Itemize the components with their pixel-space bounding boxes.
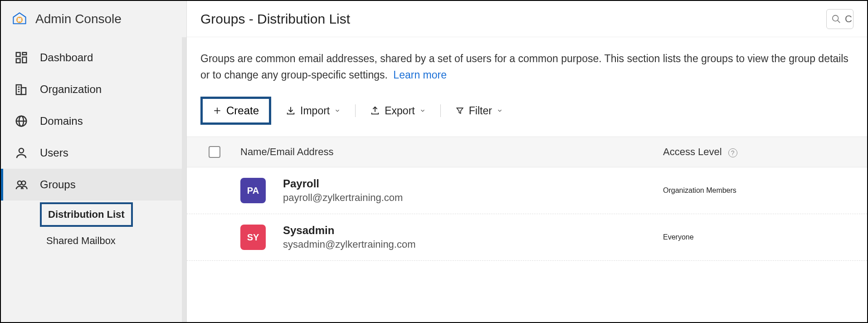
table-row[interactable]: SY Sysadmin sysadmin@zylkertraining.com … (187, 214, 867, 261)
svg-point-15 (22, 181, 26, 185)
row-access-cell: Everyone (663, 233, 853, 241)
select-all-cell (209, 146, 240, 158)
page-title: Groups - Distribution List (200, 11, 350, 27)
import-button[interactable]: Import (284, 102, 342, 120)
select-all-checkbox[interactable] (209, 146, 220, 158)
group-email: sysadmin@zylkertraining.com (283, 239, 663, 250)
app-logo-icon (12, 11, 27, 27)
plus-icon (213, 106, 222, 115)
description-text: Groups are common email addresses, share… (200, 53, 848, 81)
export-label: Export (385, 105, 414, 117)
sidebar-item-label: Groups (40, 178, 76, 191)
svg-rect-3 (23, 57, 27, 63)
create-button[interactable]: Create (200, 97, 271, 125)
svg-line-17 (838, 20, 840, 23)
table-body: PA Payroll payroll@zylkertraining.com Or… (200, 167, 853, 261)
svg-rect-6 (21, 88, 26, 94)
sidebar-item-groups[interactable]: Groups (1, 169, 186, 201)
learn-more-link[interactable]: Learn more (393, 69, 447, 81)
export-icon (370, 106, 380, 116)
column-access[interactable]: Access Level ? (663, 146, 853, 158)
import-label: Import (300, 105, 330, 117)
sidebar-header: Admin Console (1, 1, 186, 37)
user-icon (14, 145, 29, 161)
filter-icon (455, 106, 464, 115)
help-icon[interactable]: ? (728, 148, 737, 157)
search-icon (831, 14, 841, 24)
chevron-down-icon (334, 108, 341, 114)
sidebar-subitem-distribution-list[interactable]: Distribution List (40, 202, 133, 227)
filter-button[interactable]: Filter (454, 102, 505, 120)
sidebar-subitems: Distribution List Shared Mailbox (1, 201, 186, 253)
search-box[interactable]: C (826, 9, 853, 29)
divider (440, 104, 441, 117)
organization-icon (14, 82, 29, 97)
svg-point-13 (19, 148, 24, 153)
create-label: Create (226, 104, 259, 117)
svg-point-14 (18, 181, 22, 185)
row-name-cell: Sysadmin sysadmin@zylkertraining.com (283, 224, 663, 250)
group-name: Payroll (283, 177, 663, 190)
table-row[interactable]: PA Payroll payroll@zylkertraining.com Or… (187, 167, 867, 214)
page-description: Groups are common email addresses, share… (200, 51, 853, 83)
avatar: PA (240, 178, 266, 203)
sidebar-subitem-shared-mailbox[interactable]: Shared Mailbox (40, 230, 122, 251)
avatar: SY (240, 225, 266, 250)
globe-icon (14, 113, 29, 129)
groups-icon (14, 177, 29, 192)
sidebar-nav: Dashboard Organization D (1, 37, 186, 253)
filter-label: Filter (469, 105, 492, 117)
sidebar-item-dashboard[interactable]: Dashboard (1, 42, 186, 73)
chevron-down-icon (419, 108, 426, 114)
divider (355, 104, 356, 117)
sidebar-item-domains[interactable]: Domains (1, 105, 186, 137)
sidebar-item-organization[interactable]: Organization (1, 73, 186, 105)
main: Groups - Distribution List C Groups are … (187, 1, 867, 322)
svg-point-16 (833, 15, 839, 21)
chevron-down-icon (497, 108, 503, 114)
group-name: Sysadmin (283, 224, 663, 237)
import-icon (286, 106, 296, 116)
toolbar: Create Import Export (200, 97, 853, 125)
sidebar-item-label: Dashboard (40, 51, 93, 64)
row-name-cell: Payroll payroll@zylkertraining.com (283, 177, 663, 204)
svg-rect-1 (16, 53, 20, 57)
sidebar-item-label: Domains (40, 115, 83, 127)
content: Groups are common email addresses, share… (187, 37, 867, 261)
sidebar-item-users[interactable]: Users (1, 137, 186, 169)
svg-rect-2 (23, 53, 27, 55)
column-name[interactable]: Name/Email Address (240, 146, 663, 158)
dashboard-icon (14, 50, 29, 65)
sidebar: Admin Console Dashboard (1, 1, 187, 322)
svg-rect-4 (16, 59, 20, 63)
row-access-cell: Organization Members (663, 186, 853, 195)
main-header: Groups - Distribution List C (187, 1, 867, 37)
group-email: payroll@zylkertraining.com (283, 192, 663, 204)
table-header: Name/Email Address Access Level ? (187, 137, 867, 167)
sidebar-item-label: Users (40, 147, 68, 159)
sidebar-item-label: Organization (40, 83, 102, 96)
app-title: Admin Console (35, 12, 122, 26)
export-button[interactable]: Export (368, 102, 427, 120)
